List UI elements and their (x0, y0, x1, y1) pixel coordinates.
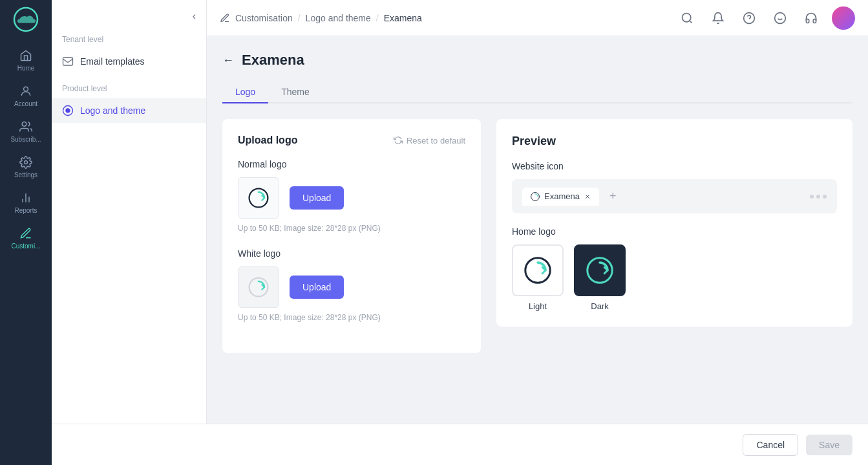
browser-tab: Examena (522, 188, 599, 206)
sidebar-item-customisation-label: Customi... (11, 243, 40, 250)
sidebar-item-customisation[interactable]: Customi... (0, 221, 52, 256)
pencil-icon (220, 13, 230, 23)
normal-logo-upload-row: Upload (238, 177, 465, 219)
breadcrumb-sep-2: / (376, 13, 379, 23)
new-tab-button[interactable]: + (604, 187, 622, 206)
normal-logo-upload-button[interactable]: Upload (290, 186, 344, 210)
home-logo-light-label: Light (529, 301, 547, 311)
white-logo-icon (247, 276, 270, 299)
reset-button[interactable]: Reset to default (394, 136, 465, 146)
home-logo-dark-icon (584, 255, 615, 286)
svg-rect-7 (63, 58, 73, 65)
home-logo-dark-label: Dark (591, 301, 608, 311)
svg-point-3 (25, 161, 28, 164)
white-logo-hint: Up to 50 KB; Image size: 28*28 px (PNG) (238, 313, 465, 322)
browser-dot-1 (810, 195, 814, 199)
svg-point-9 (66, 109, 70, 113)
page-header: ← Examena (222, 52, 852, 69)
second-panel-header: ‹ (52, 0, 206, 25)
white-logo-upload-button[interactable]: Upload (290, 276, 344, 299)
home-logo-light: Light (512, 244, 564, 311)
tab-logo[interactable]: Logo (222, 81, 268, 103)
upload-section: Upload logo Reset to default Normal logo (222, 119, 481, 353)
white-logo-upload-row: Upload (238, 266, 465, 308)
bell-icon[interactable] (708, 8, 728, 28)
browser-tab-preview: Examena + (512, 179, 837, 213)
main-area: Customisation / Logo and theme / Examena (207, 0, 868, 465)
svg-point-10 (683, 13, 691, 21)
sidebar-item-reports-label: Reports (14, 207, 37, 214)
reset-label: Reset to default (407, 136, 465, 146)
page-title: Examena (242, 52, 304, 69)
svg-point-1 (24, 87, 28, 91)
browser-dot-2 (816, 195, 820, 199)
home-logo-light-box (512, 244, 564, 296)
sidebar-item-settings[interactable]: Settings (0, 149, 52, 185)
sidebar-item-home-label: Home (17, 65, 35, 72)
two-col-layout: Upload logo Reset to default Normal logo (222, 119, 852, 353)
back-button[interactable]: ← (222, 54, 234, 67)
breadcrumb-logo-theme[interactable]: Logo and theme (306, 13, 371, 23)
home-logo-dark: Dark (574, 244, 626, 311)
breadcrumb-customisation[interactable]: Customisation (235, 13, 293, 23)
sidebar-item-home[interactable]: Home (0, 43, 52, 78)
upload-title: Upload logo (238, 135, 297, 146)
reset-icon (394, 136, 403, 145)
home-logo-row: Light Dark (512, 244, 837, 311)
logo-and-theme-label: Logo and theme (80, 105, 145, 116)
topbar: Customisation / Logo and theme / Examena (207, 0, 868, 36)
browser-dot-3 (823, 195, 827, 199)
second-panel: ‹ Tenant level Email templates Product l… (52, 0, 207, 465)
email-templates-label: Email templates (80, 56, 145, 67)
browser-tab-name: Examena (544, 191, 580, 201)
headset-icon[interactable] (801, 8, 821, 28)
sidebar: Home Account Subscrib... Settings (0, 0, 52, 465)
home-logo-light-icon (522, 255, 553, 286)
content-area: ← Examena Logo Theme Upload logo Reset (207, 36, 868, 465)
user-avatar[interactable] (832, 6, 855, 30)
normal-logo-icon (247, 186, 270, 210)
nav-item-email-templates[interactable]: Email templates (52, 49, 206, 74)
search-icon[interactable] (677, 8, 697, 28)
sidebar-item-subscriptions-label: Subscrib... (10, 136, 41, 143)
emoji-icon[interactable] (770, 8, 790, 28)
white-logo-preview (238, 266, 279, 308)
sidebar-item-settings-label: Settings (14, 171, 37, 178)
breadcrumb-sep-1: / (298, 13, 301, 23)
normal-logo-label: Normal logo (238, 159, 465, 169)
topbar-actions (677, 6, 855, 30)
breadcrumb-examena: Examena (384, 13, 422, 23)
close-tab-icon[interactable] (584, 193, 591, 200)
sidebar-item-account[interactable]: Account (0, 78, 52, 114)
browser-tab-icon (530, 191, 540, 202)
tenant-level-label: Tenant level (52, 25, 206, 49)
tab-theme[interactable]: Theme (268, 81, 323, 103)
normal-logo-preview (238, 177, 279, 219)
browser-dots (810, 195, 827, 199)
collapse-button[interactable]: ‹ (190, 8, 198, 25)
cancel-button[interactable]: Cancel (743, 434, 798, 456)
preview-title: Preview (512, 135, 837, 148)
sidebar-item-account-label: Account (14, 100, 37, 107)
website-icon-label: Website icon (512, 161, 837, 171)
breadcrumb: Customisation / Logo and theme / Examena (220, 13, 672, 23)
sidebar-item-reports[interactable]: Reports (0, 185, 52, 221)
home-logo-label: Home logo (512, 226, 837, 237)
bottom-bar: Cancel Save (52, 424, 868, 465)
sidebar-logo[interactable] (13, 6, 39, 32)
svg-line-11 (690, 20, 692, 23)
save-button[interactable]: Save (806, 435, 852, 455)
normal-logo-hint: Up to 50 KB; Image size: 28*28 px (PNG) (238, 224, 465, 233)
svg-point-2 (22, 122, 26, 127)
upload-section-header: Upload logo Reset to default (238, 135, 465, 146)
nav-item-logo-and-theme[interactable]: Logo and theme (52, 98, 206, 123)
product-level-label: Product level (52, 74, 206, 98)
tabs: Logo Theme (222, 81, 852, 103)
svg-point-13 (775, 12, 786, 23)
sidebar-item-subscriptions[interactable]: Subscrib... (0, 114, 52, 149)
help-icon[interactable] (739, 8, 759, 28)
preview-section: Preview Website icon Examena + (496, 119, 852, 327)
white-logo-label: White logo (238, 248, 465, 259)
home-logo-dark-box (574, 244, 626, 296)
